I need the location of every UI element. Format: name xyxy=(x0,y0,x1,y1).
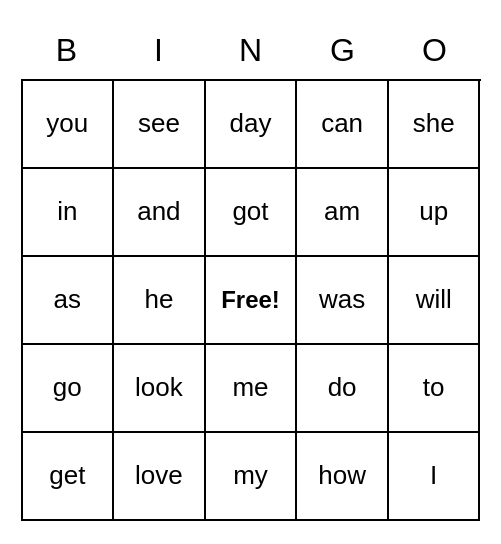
cell-1-4[interactable]: up xyxy=(389,169,481,257)
cell-3-4[interactable]: to xyxy=(389,345,481,433)
cell-2-0[interactable]: as xyxy=(23,257,115,345)
cell-4-4[interactable]: I xyxy=(389,433,481,521)
header-i: I xyxy=(113,24,205,79)
cell-0-1[interactable]: see xyxy=(114,81,206,169)
cell-3-2[interactable]: me xyxy=(206,345,298,433)
cell-3-1[interactable]: look xyxy=(114,345,206,433)
cell-0-4[interactable]: she xyxy=(389,81,481,169)
cell-4-2[interactable]: my xyxy=(206,433,298,521)
cell-1-0[interactable]: in xyxy=(23,169,115,257)
cell-2-4[interactable]: will xyxy=(389,257,481,345)
header-n: N xyxy=(205,24,297,79)
cell-1-1[interactable]: and xyxy=(114,169,206,257)
cell-2-3[interactable]: was xyxy=(297,257,389,345)
cell-0-2[interactable]: day xyxy=(206,81,298,169)
cell-4-0[interactable]: get xyxy=(23,433,115,521)
cell-0-3[interactable]: can xyxy=(297,81,389,169)
cell-1-2[interactable]: got xyxy=(206,169,298,257)
cell-2-1[interactable]: he xyxy=(114,257,206,345)
cell-0-0[interactable]: you xyxy=(23,81,115,169)
header-o: O xyxy=(389,24,481,79)
cell-1-3[interactable]: am xyxy=(297,169,389,257)
free-space[interactable]: Free! xyxy=(206,257,298,345)
header-b: B xyxy=(21,24,113,79)
bingo-header: B I N G O xyxy=(21,24,481,79)
cell-3-3[interactable]: do xyxy=(297,345,389,433)
bingo-grid: you see day can she in and got am up as … xyxy=(21,79,481,521)
bingo-card: B I N G O you see day can she in and got… xyxy=(21,24,481,521)
cell-3-0[interactable]: go xyxy=(23,345,115,433)
header-g: G xyxy=(297,24,389,79)
cell-4-1[interactable]: love xyxy=(114,433,206,521)
cell-4-3[interactable]: how xyxy=(297,433,389,521)
